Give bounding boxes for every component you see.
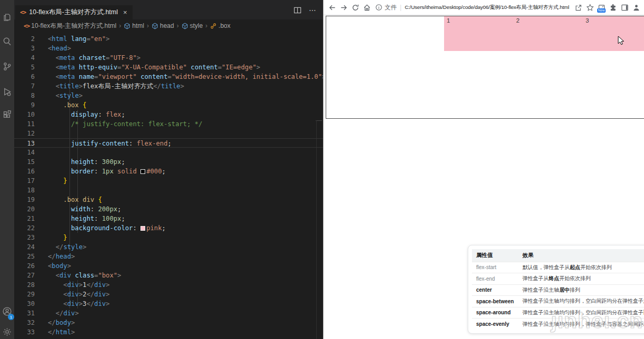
symbol-icon-class — [210, 23, 217, 29]
editor-more-icon[interactable]: ⋯ — [309, 6, 317, 14]
breadcrumb-item-box[interactable]: .box — [218, 22, 230, 29]
account-icon[interactable]: 1 — [0, 301, 14, 321]
line-number: 13 — [14, 139, 35, 147]
prop-value-cell: space-between — [472, 296, 518, 307]
code-line-3[interactable]: 3<head> — [14, 44, 323, 53]
code-line-14[interactable]: 14 — [14, 148, 323, 157]
code-line-27[interactable]: 27 <div class="box"> — [14, 271, 323, 280]
url-text[interactable]: C:/Users/itheima/Desktop/code/day06/案例/1… — [405, 4, 569, 11]
code-line-33[interactable]: 33</html> — [14, 327, 323, 337]
code-line-19[interactable]: 19 .box div { — [14, 195, 323, 204]
line-number: 15 — [14, 157, 35, 167]
forward-icon[interactable] — [338, 2, 349, 13]
table-header-prop: 属性值 — [472, 249, 518, 262]
code-line-6[interactable]: 6 <meta name="viewport" content="width=d… — [14, 72, 323, 81]
code-line-7[interactable]: 7 <title>flex布局-主轴对齐方式</title> — [14, 81, 323, 91]
code-line-17[interactable]: 17 } — [14, 176, 323, 186]
line-number: 3 — [14, 44, 35, 53]
symbol-icon-html — [124, 23, 130, 29]
line-number: 11 — [14, 119, 35, 129]
code-line-10[interactable]: 10 display: flex; — [14, 110, 323, 119]
watermark: jinhei.cn — [551, 309, 643, 333]
source-control-icon[interactable] — [0, 56, 14, 77]
symbol-icon-head — [152, 23, 158, 29]
address-bar[interactable]: 文件 | C:/Users/itheima/Desktop/code/day06… — [375, 4, 572, 12]
code-line-12[interactable]: 12 — [14, 129, 323, 138]
prop-value-cell: flex-start — [472, 262, 518, 273]
code-line-16[interactable]: 16 border: 1px solid #000; — [14, 167, 323, 176]
breadcrumb[interactable]: <> 10-flex布局-主轴对齐方式.html › html › head ›… — [14, 19, 323, 32]
line-number: 32 — [14, 318, 35, 327]
extensions-puzzle-icon[interactable] — [607, 2, 619, 13]
code-line-21[interactable]: 21 height: 100px; — [14, 214, 323, 223]
line-number: 2 — [14, 34, 35, 44]
prop-value-cell: space-evenly — [472, 319, 518, 330]
mouse-cursor — [618, 36, 625, 46]
code-line-24[interactable]: 24 </style> — [14, 242, 323, 252]
line-number: 14 — [14, 148, 35, 157]
side-panel-icon[interactable] — [619, 2, 630, 13]
back-icon[interactable] — [326, 2, 338, 13]
code-line-20[interactable]: 20 width: 200px; — [14, 204, 323, 214]
profile-icon[interactable] — [630, 2, 642, 13]
effect-cell: 弹性盒子沿主轴居中排列 — [518, 284, 644, 296]
new-badge: New — [597, 8, 606, 13]
code-editor[interactable]: 2<html lang="en">3<head>4 <meta charset=… — [14, 32, 323, 339]
editor-area: <> 10-flex布局-主轴对齐方式.html × ⋯ <> 10-flex布… — [14, 0, 323, 339]
breadcrumb-item-style[interactable]: style — [190, 22, 203, 29]
explorer-icon[interactable] — [0, 6, 14, 27]
line-number: 6 — [14, 72, 35, 81]
breadcrumb-item-file[interactable]: 10-flex布局-主轴对齐方式.html — [31, 22, 116, 30]
code-line-15[interactable]: 15 height: 300px; — [14, 157, 323, 167]
code-line-31[interactable]: 31 </div> — [14, 309, 323, 318]
bookmark-star-icon[interactable] — [584, 2, 596, 13]
tab-close-icon[interactable]: × — [123, 8, 127, 16]
code-line-30[interactable]: 30 <div>3</div> — [14, 299, 323, 309]
prop-value-cell: center — [472, 284, 518, 296]
code-line-22[interactable]: 22 background-color: pink; — [14, 223, 323, 233]
breadcrumb-file-icon: <> — [24, 23, 29, 29]
search-icon[interactable] — [0, 30, 14, 52]
code-line-11[interactable]: 11 /* justify-content: flex-start; */ — [14, 119, 323, 129]
symbol-icon-style — [182, 23, 188, 29]
code-line-23[interactable]: 23 } — [14, 233, 323, 242]
line-number: 20 — [14, 204, 35, 214]
split-editor-icon[interactable] — [294, 6, 301, 14]
line-number: 30 — [14, 299, 35, 309]
code-line-29[interactable]: 29 <div>2</div> — [14, 290, 323, 299]
code-line-26[interactable]: 26<body> — [14, 261, 323, 271]
code-line-32[interactable]: 32</body> — [14, 318, 323, 327]
line-number: 21 — [14, 214, 35, 223]
line-number: 22 — [14, 223, 35, 233]
code-line-9[interactable]: 9 .box { — [14, 100, 323, 110]
code-line-8[interactable]: 8 <style> — [14, 91, 323, 100]
line-number: 18 — [14, 186, 35, 195]
browser-viewport: 123 属性值 效果 flex-start默认值，弹性盒子从起点开始依次排列fl… — [324, 15, 644, 339]
settings-gear-icon[interactable] — [0, 321, 14, 339]
color-swatch[interactable] — [140, 169, 145, 174]
extensions-icon[interactable] — [0, 104, 14, 125]
code-line-4[interactable]: 4 <meta charset="UTF-8"> — [14, 53, 323, 63]
color-swatch[interactable] — [140, 226, 145, 231]
line-number: 16 — [14, 167, 35, 176]
screenshot-new-icon[interactable]: New — [596, 2, 607, 13]
code-line-25[interactable]: 25</head> — [14, 252, 323, 261]
info-icon[interactable] — [375, 4, 383, 11]
code-line-28[interactable]: 28 <div>1</div> — [14, 280, 323, 290]
breadcrumb-item-html[interactable]: html — [132, 22, 144, 29]
effect-cell: 默认值，弹性盒子从起点开始依次排列 — [518, 262, 644, 273]
activity-bar: 1 — [0, 0, 14, 339]
code-line-18[interactable]: 18 — [14, 186, 323, 195]
run-debug-icon[interactable] — [0, 81, 14, 102]
code-line-13[interactable]: 13 justify-content: flex-end; — [14, 138, 323, 148]
table-row: center弹性盒子沿主轴居中排列 — [472, 284, 644, 296]
line-number: 26 — [14, 261, 35, 271]
home-icon[interactable] — [361, 2, 373, 13]
share-icon[interactable] — [572, 2, 584, 13]
code-line-5[interactable]: 5 <meta http-equiv="X-UA-Compatible" con… — [14, 63, 323, 72]
tab-active[interactable]: <> 10-flex布局-主轴对齐方式.html × — [15, 5, 133, 19]
line-number: 12 — [14, 129, 35, 138]
reload-icon[interactable] — [349, 2, 361, 13]
code-line-2[interactable]: 2<html lang="en"> — [14, 34, 323, 44]
breadcrumb-item-head[interactable]: head — [160, 22, 174, 29]
